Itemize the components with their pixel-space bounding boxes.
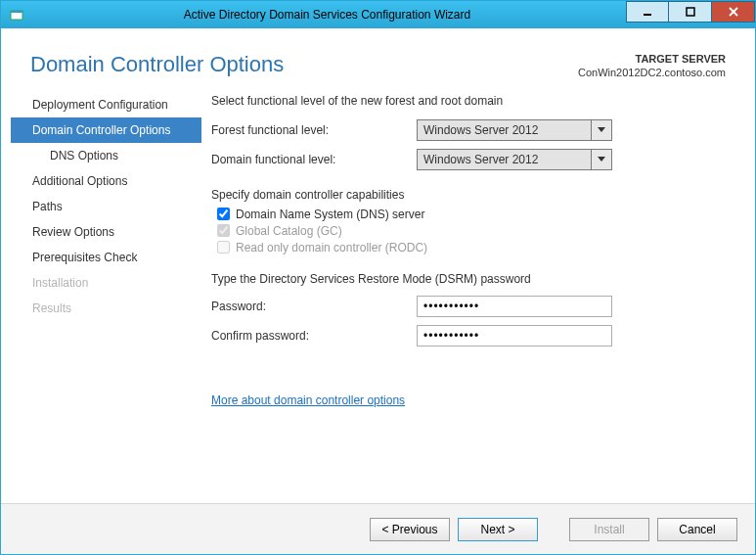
wizard-window: Active Directory Domain Services Configu…: [0, 0, 756, 555]
close-button[interactable]: [712, 1, 755, 23]
wizard-steps-sidebar: Deployment Configuration Domain Controll…: [11, 88, 201, 407]
target-server-block: TARGET SERVER ConWin2012DC2.contoso.com: [578, 52, 726, 80]
previous-button[interactable]: < Previous: [370, 518, 450, 541]
dns-server-label: Domain Name System (DNS) server: [236, 208, 424, 221]
rodc-checkbox: [217, 241, 230, 254]
domain-functional-level-value: Windows Server 2012: [418, 153, 591, 166]
forest-functional-level-value: Windows Server 2012: [418, 123, 591, 137]
cancel-button[interactable]: Cancel: [657, 518, 737, 541]
target-server-label: TARGET SERVER: [578, 52, 726, 66]
domain-functional-level-label: Domain functional level:: [211, 153, 417, 166]
forest-functional-level-combo[interactable]: Windows Server 2012: [417, 119, 612, 141]
more-about-link[interactable]: More about domain controller options: [211, 393, 405, 407]
svg-rect-3: [687, 8, 694, 16]
maximize-button[interactable]: [669, 1, 712, 23]
chevron-down-icon: [591, 150, 611, 169]
capabilities-prompt: Specify domain controller capabilities: [211, 188, 735, 202]
window-title: Active Directory Domain Services Configu…: [28, 8, 626, 22]
capability-global-catalog: Global Catalog (GC): [217, 224, 735, 238]
svg-rect-1: [11, 11, 22, 13]
password-label: Password:: [211, 300, 417, 313]
titlebar: Active Directory Domain Services Configu…: [1, 1, 755, 28]
page-title: Domain Controller Options: [30, 52, 578, 77]
functional-level-prompt: Select functional level of the new fores…: [211, 94, 735, 108]
svg-marker-7: [598, 157, 605, 162]
install-button: Install: [569, 518, 649, 541]
next-button[interactable]: Next >: [458, 518, 538, 541]
chevron-down-icon: [591, 120, 611, 140]
main-panel: Select functional level of the new fores…: [201, 88, 745, 407]
confirm-password-label: Confirm password:: [211, 329, 417, 343]
step-dns-options[interactable]: DNS Options: [11, 143, 201, 168]
dsrm-prompt: Type the Directory Services Restore Mode…: [211, 272, 735, 286]
target-server-value: ConWin2012DC2.contoso.com: [578, 66, 726, 79]
app-icon: [5, 8, 28, 22]
svg-marker-6: [598, 127, 605, 132]
password-input[interactable]: [417, 296, 612, 317]
step-paths[interactable]: Paths: [11, 194, 201, 219]
wizard-footer: < Previous Next > Install Cancel: [1, 503, 755, 554]
capability-dns-server[interactable]: Domain Name System (DNS) server: [217, 208, 735, 221]
global-catalog-checkbox: [217, 224, 230, 237]
step-prerequisites-check[interactable]: Prerequisites Check: [11, 245, 201, 270]
step-deployment-configuration[interactable]: Deployment Configuration: [11, 92, 201, 117]
window-buttons: [626, 1, 755, 28]
domain-functional-level-combo[interactable]: Windows Server 2012: [417, 149, 612, 170]
minimize-button[interactable]: [626, 1, 669, 23]
global-catalog-label: Global Catalog (GC): [236, 224, 342, 238]
step-additional-options[interactable]: Additional Options: [11, 168, 201, 194]
forest-functional-level-label: Forest functional level:: [211, 123, 417, 137]
header: Domain Controller Options TARGET SERVER …: [1, 28, 755, 88]
step-installation: Installation: [11, 270, 201, 296]
step-domain-controller-options[interactable]: Domain Controller Options: [11, 117, 201, 143]
step-results: Results: [11, 296, 201, 321]
confirm-password-input[interactable]: [417, 325, 612, 347]
step-review-options[interactable]: Review Options: [11, 219, 201, 245]
rodc-label: Read only domain controller (RODC): [236, 241, 427, 254]
capability-rodc: Read only domain controller (RODC): [217, 241, 735, 254]
dns-server-checkbox[interactable]: [217, 208, 230, 220]
